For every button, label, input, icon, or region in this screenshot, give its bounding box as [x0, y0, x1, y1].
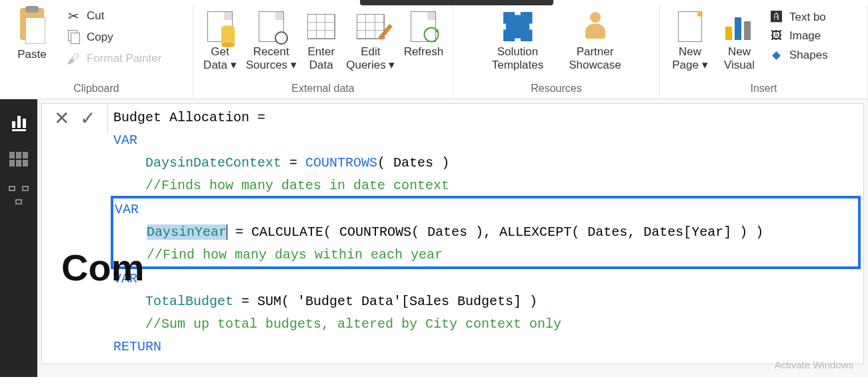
dax-var-daysinyear: DaysinYear: [147, 224, 227, 240]
new-visual-label: New Visual: [715, 45, 764, 71]
report-title-fragment: Com: [61, 246, 144, 289]
shapes-label: Shapes: [789, 49, 828, 62]
dax-eq: =: [281, 155, 305, 171]
ribbon-group-insert: ✶ New Page ▾ New Visual 🅰Text bo 🖼Image …: [660, 5, 868, 99]
dax-var-daysindatecontext: DaysinDateContext: [145, 155, 281, 171]
dax-comment-2: //Find how many days within each year: [147, 247, 443, 262]
ribbon-group-external-data: Get Data ▾ Recent Sources ▾ Enter Data E…: [193, 5, 453, 99]
refresh-icon: [407, 8, 440, 45]
dax-keyword-return: RETURN: [113, 339, 161, 354]
enter-data-button[interactable]: Enter Data: [301, 5, 341, 71]
cut-button[interactable]: ✂ Cut: [65, 9, 161, 23]
paste-button[interactable]: Paste: [5, 5, 59, 61]
partner-showcase-label: Partner Showcase: [559, 45, 632, 71]
main-area: ✕ ✓ Budget Allocation = VAR DaysinDateCo…: [0, 99, 868, 377]
data-view-button[interactable]: [7, 150, 30, 169]
brush-icon: 🖌: [65, 52, 81, 65]
text-box-label: Text bo: [789, 11, 826, 24]
textbox-icon: 🅰: [768, 11, 784, 24]
text-box-button[interactable]: 🅰Text bo: [768, 11, 828, 24]
format-painter-label: Format Painter: [87, 52, 161, 65]
edit-queries-icon: [354, 8, 387, 45]
external-data-group-label: External data: [199, 80, 447, 99]
image-button[interactable]: 🖼Image: [768, 29, 828, 43]
ribbon-group-clipboard: Paste ✂ Cut Copy 🖌 Format Painter: [0, 5, 193, 99]
bar-chart-icon: [723, 8, 756, 45]
get-data-button[interactable]: Get Data ▾: [199, 5, 241, 71]
dax-comment-1: //Finds how many dates in date context: [145, 178, 449, 193]
format-painter-button[interactable]: 🖌 Format Painter: [65, 52, 161, 65]
image-label: Image: [789, 29, 821, 43]
shapes-icon: ◆: [768, 48, 784, 62]
person-icon: [579, 8, 612, 45]
recent-icon: [255, 8, 288, 45]
edit-queries-button[interactable]: Edit Queries ▾: [343, 5, 399, 71]
copy-button[interactable]: Copy: [65, 31, 161, 44]
ribbon: Paste ✂ Cut Copy 🖌 Format Painter: [0, 0, 868, 99]
dax-keyword-var: VAR: [113, 133, 137, 148]
get-data-label: Get Data ▾: [199, 45, 241, 71]
shapes-button[interactable]: ◆Shapes: [768, 48, 828, 62]
recent-sources-label: Recent Sources ▾: [243, 45, 300, 71]
report-view-button[interactable]: [7, 114, 30, 133]
dax-v2-expr: = CALCULATE( COUNTROWS( Dates ), ALLEXCE…: [227, 224, 763, 240]
new-page-label: New Page ▾: [665, 45, 715, 71]
refresh-button[interactable]: Refresh: [400, 5, 447, 59]
formula-bar[interactable]: ✕ ✓ Budget Allocation = VAR DaysinDateCo…: [41, 103, 864, 364]
clipboard-icon: [16, 8, 48, 45]
selection-highlight: VAR DaysinYear = CALCULATE( COUNTROWS( D…: [111, 196, 861, 269]
view-switcher: [0, 99, 37, 377]
paste-label: Paste: [17, 48, 46, 61]
clipboard-group-label: Clipboard: [5, 80, 187, 99]
partner-showcase-button[interactable]: Partner Showcase: [559, 5, 632, 71]
refresh-label: Refresh: [404, 45, 444, 59]
formula-commit-button[interactable]: ✓: [80, 109, 95, 128]
insert-group-label: Insert: [665, 80, 862, 99]
model-view-button[interactable]: [7, 186, 30, 204]
copy-icon: [65, 31, 81, 44]
formula-cancel-button[interactable]: ✕: [54, 109, 69, 128]
dax-v1-args: ( Dates ): [377, 155, 449, 171]
copy-label: Copy: [87, 31, 113, 44]
resources-group-label: Resources: [459, 80, 654, 99]
report-view-icon: [12, 116, 26, 131]
new-visual-button[interactable]: New Visual: [715, 5, 764, 71]
new-page-icon: ✶: [673, 8, 707, 45]
dax-editor[interactable]: Budget Allocation = VAR DaysinDateContex…: [108, 104, 863, 364]
database-icon: [203, 8, 237, 45]
edit-queries-label: Edit Queries ▾: [343, 45, 399, 71]
dax-v3-expr: = SUM( 'Budget Data'[Sales Budgets] ): [233, 294, 537, 309]
grid-icon: [305, 8, 338, 45]
puzzle-icon: [501, 8, 535, 45]
recent-sources-button[interactable]: Recent Sources ▾: [243, 5, 300, 71]
dax-comment-3: //Sum up total budgets, altered by City …: [145, 316, 561, 332]
dax-var-totalbudget: TotalBudget: [145, 294, 233, 309]
report-canvas: ✕ ✓ Budget Allocation = VAR DaysinDateCo…: [37, 99, 868, 377]
data-view-icon: [9, 152, 28, 167]
dax-measure-name: Budget Allocation =: [113, 110, 265, 125]
scissors-icon: ✂: [65, 9, 81, 23]
dax-fn-countrows: COUNTROWS: [305, 155, 377, 171]
cut-label: Cut: [87, 9, 104, 23]
solution-templates-label: Solution Templates: [481, 45, 555, 71]
titlebar-fragment: [360, 0, 553, 5]
ribbon-group-resources: Solution Templates Partner Showcase Reso…: [453, 5, 660, 99]
windows-watermark: Activate Windows: [775, 359, 853, 370]
enter-data-label: Enter Data: [301, 45, 341, 71]
solution-templates-button[interactable]: Solution Templates: [481, 5, 555, 71]
image-icon: 🖼: [768, 29, 784, 43]
dax-keyword-var: VAR: [115, 202, 139, 217]
new-page-button[interactable]: ✶ New Page ▾: [665, 5, 715, 71]
model-view-icon: [9, 186, 29, 204]
